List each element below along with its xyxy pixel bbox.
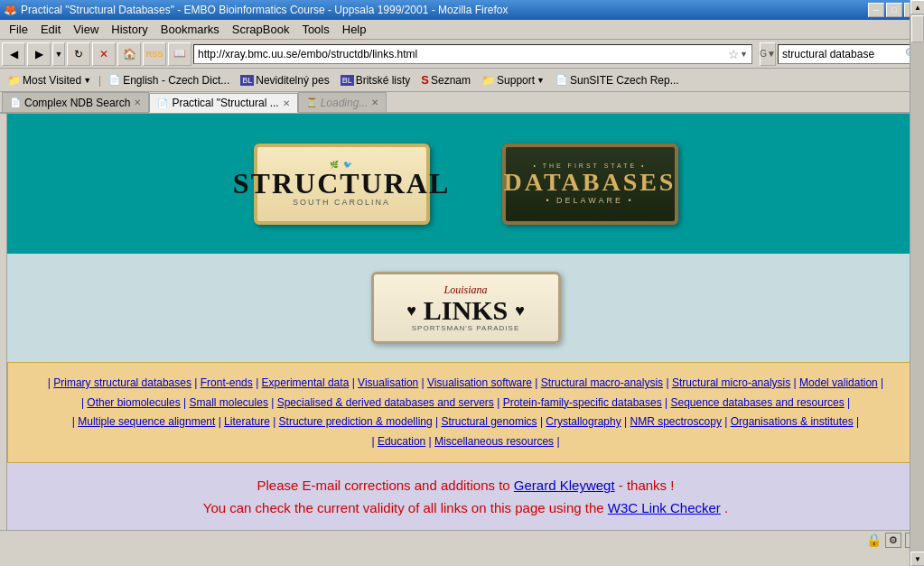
titlebar-title: 🦊 Practical "Structural Databases" - EMB…: [4, 4, 868, 16]
plate-databases: • THE FIRST STATE • DATABASES • DELAWARE…: [502, 144, 678, 225]
bookmark-seznam[interactable]: S Seznam: [417, 71, 474, 88]
link-structural-macro[interactable]: Structural macro-analysis: [541, 376, 663, 389]
forward-button[interactable]: ▶: [27, 42, 51, 66]
address-text: http://xray.bmc.uu.se/embo/structdb/link…: [198, 48, 728, 60]
folder-icon: 📁: [7, 74, 21, 87]
link-structure-pred[interactable]: Structure prediction & modelling: [279, 415, 433, 428]
chevron-icon-2: ▼: [537, 76, 545, 85]
link-multiple-seq[interactable]: Multiple sequence alignment: [78, 415, 215, 428]
menu-edit[interactable]: Edit: [35, 21, 66, 38]
plate-links: Louisiana ♥ LINKS ♥ SPORTSMAN'S PARADISE: [371, 272, 561, 344]
search-box[interactable]: structural database 🔍: [778, 44, 922, 64]
page-header: 🌿🐦 STRUCTURAL SOUTH CAROLINA • THE FIRST…: [7, 114, 924, 254]
tab-practical-structural[interactable]: 📄 Practical "Structural ... ✕: [149, 93, 297, 113]
link-vis-software[interactable]: Visualisation software: [427, 376, 532, 389]
link-visualisation[interactable]: Visualisation: [358, 376, 418, 389]
menu-view[interactable]: View: [68, 21, 104, 38]
link-protein-family[interactable]: Protein-family-specific databases: [503, 396, 662, 409]
bookmark-support[interactable]: 📁 Support ▼: [478, 72, 548, 88]
back-icon: ◀: [10, 48, 18, 60]
tab-loading[interactable]: ⏳ Loading... ✕: [298, 92, 387, 112]
rss-button[interactable]: RSS: [143, 42, 166, 66]
address-bar[interactable]: http://xray.bmc.uu.se/embo/structdb/link…: [193, 44, 752, 64]
menu-file[interactable]: File: [4, 21, 33, 38]
search-text[interactable]: structural database: [782, 48, 905, 60]
page-icon: 📄: [108, 74, 121, 86]
bookmark-most-visited[interactable]: 📁 Most Visited ▼: [4, 72, 95, 88]
bookmark-label: English - Czech Dict...: [123, 74, 229, 87]
link-crystallography[interactable]: Crystallography: [546, 415, 621, 428]
bookmark-label: Most Visited: [23, 74, 81, 87]
link-small-molecules[interactable]: Small molecules: [190, 396, 268, 409]
back-button[interactable]: ◀: [2, 42, 25, 66]
tab-label: Complex NDB Search: [24, 97, 130, 109]
bookmark-sunsite[interactable]: 📄 SunSITE Czech Rep...: [552, 72, 683, 88]
bookmark-label: SunSITE Czech Rep...: [570, 74, 679, 87]
scroll-track[interactable]: [910, 14, 924, 552]
links-section: Louisiana ♥ LINKS ♥ SPORTSMAN'S PARADISE: [7, 254, 924, 362]
tab-label-2: Practical "Structural ...: [172, 97, 278, 109]
link-primary-structural[interactable]: Primary structural databases: [53, 376, 191, 389]
link-nmr[interactable]: NMR spectroscopy: [630, 415, 722, 428]
window-title: Practical "Structural Databases" - EMBO …: [21, 4, 508, 16]
scroll-up-button[interactable]: ▲: [910, 0, 924, 14]
bookmark-czech-dict[interactable]: 📄 English - Czech Dict...: [105, 72, 233, 88]
bookmark-star-left[interactable]: 📖: [168, 42, 191, 66]
email-line: Please E-mail corrections and additions …: [25, 478, 906, 493]
link-specialised[interactable]: Specialised & derived databases and serv…: [277, 396, 494, 409]
dropdown-arrow[interactable]: ▼: [52, 42, 65, 66]
link-literature[interactable]: Literature: [224, 415, 270, 428]
menu-help[interactable]: Help: [337, 21, 372, 38]
link-front-ends[interactable]: Front-ends: [201, 376, 253, 389]
heart-right-icon: ♥: [515, 302, 525, 319]
link-structural-genomics[interactable]: Structural genomics: [442, 415, 537, 428]
star-icon[interactable]: ☆: [728, 47, 740, 61]
bl-icon-2: BL: [341, 75, 354, 86]
firefox-icon: 🦊: [4, 4, 17, 16]
tab-close-btn-2[interactable]: ✕: [283, 98, 290, 108]
link-education[interactable]: Education: [378, 435, 425, 448]
link-sequence-db[interactable]: Sequence databases and resources: [671, 396, 845, 409]
scrollbar-right: ▲ ▼: [910, 0, 924, 566]
reload-icon: ↻: [74, 48, 83, 60]
seznam-icon: S: [421, 73, 429, 87]
tab-close-btn-3[interactable]: ✕: [371, 97, 378, 107]
content-area: 🌿🐦 STRUCTURAL SOUTH CAROLINA • THE FIRST…: [0, 114, 924, 530]
tab-icon: 📄: [10, 97, 21, 107]
w3c-link[interactable]: W3C Link Checker: [608, 500, 721, 515]
menu-bookmarks[interactable]: Bookmarks: [155, 21, 225, 38]
link-misc[interactable]: Miscellaneous resources: [434, 435, 554, 448]
dropdown-arrow-icon[interactable]: ▼: [740, 50, 748, 59]
menu-scrapbook[interactable]: ScrapBook: [227, 21, 295, 38]
go-button[interactable]: G▼: [760, 42, 776, 66]
link-structural-micro[interactable]: Structural micro-analysis: [672, 376, 790, 389]
link-experimental[interactable]: Experimental data: [262, 376, 350, 389]
menu-tools[interactable]: Tools: [296, 21, 334, 38]
bookmark-britske[interactable]: BL Britské listy: [337, 72, 415, 88]
stop-button[interactable]: ✕: [92, 42, 116, 66]
minimize-button[interactable]: ─: [868, 3, 884, 17]
network-icon: 🔒: [866, 533, 882, 548]
navbar: ◀ ▶ ▼ ↻ ✕ 🏠 RSS 📖 http://xray.bmc.uu.se/…: [0, 40, 924, 69]
bookmark-icon: 📖: [173, 48, 186, 60]
link-organisations[interactable]: Organisations & institutes: [731, 415, 854, 428]
gerard-kleywegt-link[interactable]: Gerard Kleywegt: [514, 478, 615, 493]
home-button[interactable]: 🏠: [117, 42, 141, 66]
link-model-validation[interactable]: Model validation: [799, 376, 878, 389]
tab-close-btn[interactable]: ✕: [134, 97, 141, 107]
page-wrapper: 🌿🐦 STRUCTURAL SOUTH CAROLINA • THE FIRST…: [7, 114, 924, 530]
tabbar: 📄 Complex NDB Search ✕ 📄 Practical "Stru…: [0, 92, 924, 114]
email-section: Please E-mail corrections and additions …: [7, 463, 924, 530]
stop-icon: ✕: [99, 48, 108, 60]
reload-button[interactable]: ↻: [67, 42, 90, 66]
menu-history[interactable]: History: [106, 21, 153, 38]
scroll-down-button[interactable]: ▼: [910, 552, 924, 566]
titlebar: 🦊 Practical "Structural Databases" - EMB…: [0, 0, 924, 20]
maximize-button[interactable]: □: [886, 3, 902, 17]
plate-databases-main: DATABASES: [504, 169, 677, 197]
scroll-thumb[interactable]: [911, 15, 924, 42]
link-other-bio[interactable]: Other biomolecules: [87, 396, 180, 409]
bookmark-neviditelny[interactable]: BL Neviditelný pes: [237, 72, 332, 88]
tab-complex-ndb[interactable]: 📄 Complex NDB Search ✕: [2, 92, 149, 112]
plate-databases-bottom: • DELAWARE •: [546, 196, 633, 205]
